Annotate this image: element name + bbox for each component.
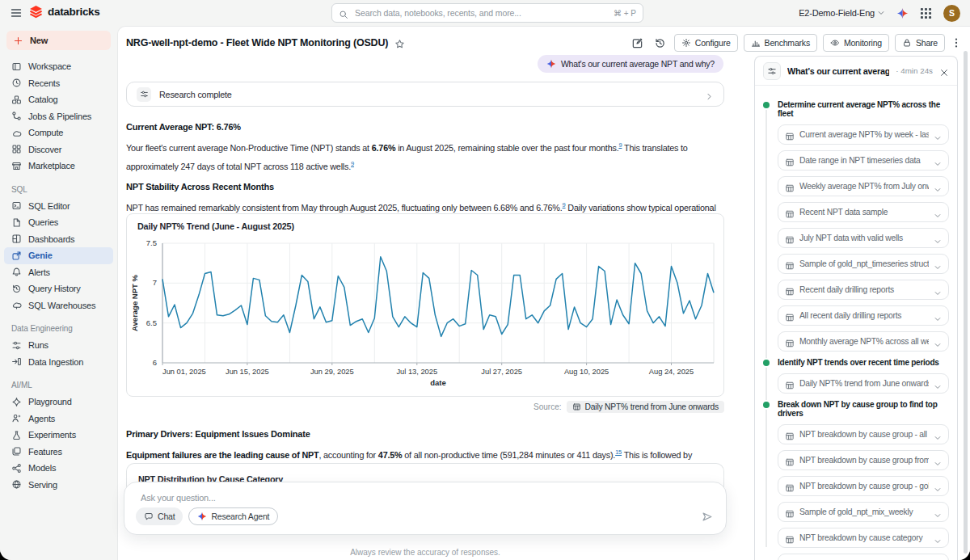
menu-icon[interactable] xyxy=(10,6,23,19)
chat-mode-button[interactable]: Chat xyxy=(136,507,183,525)
research-status-card[interactable]: Research complete xyxy=(126,82,724,107)
close-icon[interactable] xyxy=(939,66,949,76)
chevron-down-icon xyxy=(934,431,942,439)
sidebar-item-marketplace[interactable]: Marketplace xyxy=(0,158,117,175)
sidebar-item-new[interactable]: New xyxy=(6,31,111,50)
sidebar-item-features[interactable]: Features xyxy=(0,444,117,461)
research-step-recent-daily-drilling-reports[interactable]: Recent daily drilling reports xyxy=(778,280,949,300)
svg-text:date: date xyxy=(430,378,446,387)
store-icon xyxy=(11,161,22,171)
sidebar-item-compute[interactable]: Compute xyxy=(0,124,117,141)
research-step-all-recent-daily-drilling-reports[interactable]: All recent daily drilling reports xyxy=(778,305,949,326)
sidebar-item-sql-editor[interactable]: SQL Editor xyxy=(0,198,117,215)
sidebar-item-discover[interactable]: Discover xyxy=(0,141,117,158)
more-menu-icon[interactable] xyxy=(951,37,962,48)
sidebar-item-label: Queries xyxy=(28,217,58,227)
footnote-link[interactable]: 9 xyxy=(563,201,566,208)
sidebar-item-query-history[interactable]: Query History xyxy=(0,280,117,297)
history-icon[interactable] xyxy=(654,37,666,49)
sidebar-item-workspace[interactable]: Workspace xyxy=(0,58,117,75)
research-step-monthly-npt-cause-breakdown-trend[interactable]: Monthly NPT cause breakdown trend xyxy=(778,554,949,560)
chevron-down-icon xyxy=(934,260,942,268)
avatar[interactable]: S xyxy=(943,5,960,22)
svg-text:Jun 15, 2025: Jun 15, 2025 xyxy=(226,368,269,376)
table-icon xyxy=(785,234,795,243)
research-step-npt-breakdown-by-cause-group-from-events[interactable]: NPT breakdown by cause group from events xyxy=(778,450,949,470)
research-step-npt-breakdown-by-cause-group-gold-mix-wee[interactable]: NPT breakdown by cause group - gold mix … xyxy=(778,476,949,496)
table-icon xyxy=(785,507,795,517)
sidebar-item-jobs-pipelines[interactable]: Jobs & Pipelines xyxy=(0,108,117,125)
edit-icon[interactable] xyxy=(631,37,643,49)
databricks-wordmark: databricks xyxy=(48,6,100,18)
sidebar-item-queries[interactable]: Queries xyxy=(0,214,117,231)
footnote-link[interactable]: 9 xyxy=(618,141,622,149)
sidebar-item-playground[interactable]: Playground xyxy=(0,394,117,411)
source-pill[interactable]: Daily NPT% trend from June onwards xyxy=(567,401,724,413)
cloudwh-icon xyxy=(11,300,22,310)
footnote-link[interactable]: 15 xyxy=(615,448,622,456)
chevron-down-icon xyxy=(934,457,942,465)
databricks-logo[interactable]: databricks xyxy=(29,5,100,19)
table-icon xyxy=(785,285,795,295)
search-shortcut: ⌘ + P xyxy=(614,9,636,18)
mini-chart-icon xyxy=(572,402,581,411)
research-icon xyxy=(763,62,781,80)
search-input[interactable] xyxy=(353,7,609,19)
svg-text:Jul 13, 2025: Jul 13, 2025 xyxy=(396,368,437,376)
sidebar-item-dashboards[interactable]: Dashboards xyxy=(0,231,117,248)
flask-icon xyxy=(11,430,22,440)
monitoring-button[interactable]: Monitoring xyxy=(823,34,889,52)
configure-button[interactable]: Configure xyxy=(674,34,738,52)
research-step-label: NPT breakdown by cause group - gold mix … xyxy=(799,482,929,491)
research-step-label: Monthly average NPT% across all wells xyxy=(799,337,929,346)
apps-grid-icon[interactable] xyxy=(920,7,932,19)
workspace-switcher[interactable]: E2-Demo-Field-Eng xyxy=(799,8,885,18)
chevron-down-icon xyxy=(934,234,942,242)
sidebar-item-experiments[interactable]: Experiments xyxy=(0,427,117,444)
sidebar-item-alerts[interactable]: Alerts xyxy=(0,264,117,281)
research-step-daily-npt-trend-from-june-onwards[interactable]: Daily NPT% trend from June onwards xyxy=(778,373,949,394)
sidebar-item-serving[interactable]: Serving xyxy=(0,477,117,494)
sidebar-item-catalog[interactable]: Catalog xyxy=(0,91,117,108)
scrollbar[interactable] xyxy=(964,51,968,554)
section-heading: NPT Stability Across Recent Months xyxy=(126,182,726,192)
research-step-monthly-average-npt-across-all-wells[interactable]: Monthly average NPT% across all wells xyxy=(778,331,949,352)
research-icon xyxy=(137,87,151,102)
sidebar-item-label: New xyxy=(30,36,48,45)
sidebar-item-genie[interactable]: Genie xyxy=(4,247,113,264)
assistant-sparkle-icon[interactable] xyxy=(896,7,909,19)
research-step-july-npt-data-with-valid-wells[interactable]: July NPT data with valid wells xyxy=(778,228,949,248)
research-step-current-average-npt-by-week-last-60-days[interactable]: Current average NPT% by week - last 60 d… xyxy=(778,124,949,145)
source-pill-text: Daily NPT% trend from June onwards xyxy=(585,402,719,411)
global-search[interactable]: ⌘ + P xyxy=(331,3,643,23)
research-step-date-range-in-npt-timeseries-data[interactable]: Date range in NPT timeseries data xyxy=(778,150,949,171)
lock-icon xyxy=(902,38,912,48)
sidebar-item-label: Query History xyxy=(28,284,81,293)
sidebar-item-recents[interactable]: Recents xyxy=(0,75,117,92)
sidebar-item-agents[interactable]: Agents xyxy=(0,411,117,427)
research-group-identify-npt-trends-over-recent-time-periods: Identify NPT trends over recent time per… xyxy=(763,358,949,367)
benchmarks-button[interactable]: Benchmarks xyxy=(744,34,817,52)
title-actions: Configure Benchmarks Monitoring Share xyxy=(629,34,962,52)
table-icon xyxy=(785,482,795,491)
sidebar-item-sql-warehouses[interactable]: SQL Warehouses xyxy=(0,297,117,314)
research-steps-list: Determine current average NPT% across th… xyxy=(755,86,957,560)
research-step-recent-npt-data-sample[interactable]: Recent NPT data sample xyxy=(778,202,949,222)
research-step-sample-of-gold-npt-mix-weekly[interactable]: Sample of gold_npt_mix_weekly xyxy=(778,502,949,522)
favorite-star-icon[interactable] xyxy=(394,38,405,48)
source-label: Source: xyxy=(534,402,561,411)
table-icon xyxy=(785,456,795,465)
research-step-label: Weekly average NPT% from July onwards xyxy=(799,182,929,191)
sidebar-item-models[interactable]: Models xyxy=(0,460,117,477)
sidebar-item-data-ingestion[interactable]: Data Ingestion xyxy=(0,354,117,371)
ask-input[interactable] xyxy=(139,492,711,503)
research-step-npt-breakdown-by-cause-category[interactable]: NPT breakdown by cause category xyxy=(778,528,949,548)
footnote-link[interactable]: 9 xyxy=(351,160,354,167)
share-button[interactable]: Share xyxy=(895,34,945,52)
research-step-npt-breakdown-by-cause-group-all-time[interactable]: NPT breakdown by cause group - all time xyxy=(778,424,949,444)
research-step-weekly-average-npt-from-july-onwards[interactable]: Weekly average NPT% from July onwards xyxy=(778,176,949,196)
sidebar-item-runs[interactable]: Runs xyxy=(0,337,117,354)
send-icon[interactable] xyxy=(701,511,713,523)
research-step-sample-of-gold-npt-timeseries-structure[interactable]: Sample of gold_npt_timeseries structure xyxy=(778,254,949,274)
research-agent-mode-button[interactable]: Research Agent xyxy=(188,507,278,525)
